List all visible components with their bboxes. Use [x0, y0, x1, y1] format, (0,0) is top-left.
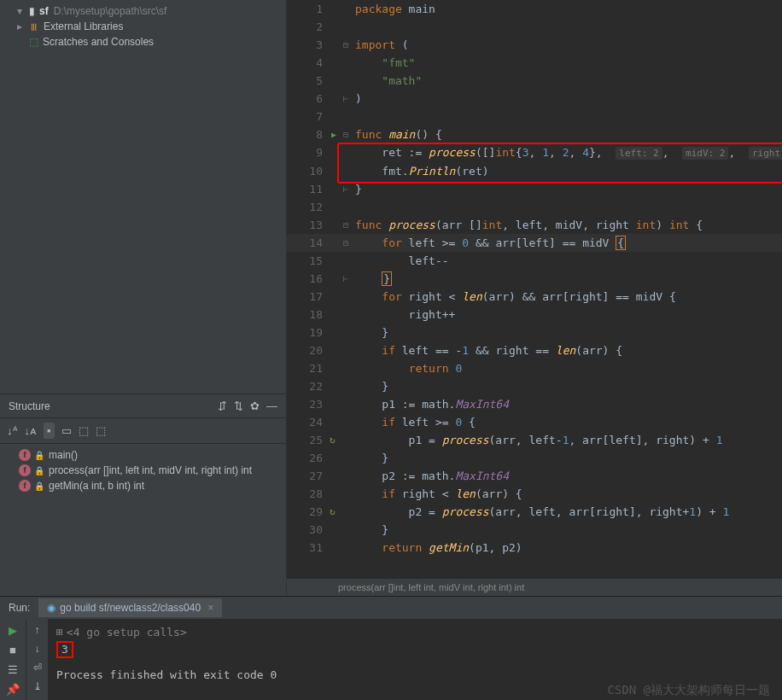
code-content[interactable]: p1 := math.MaxInt64	[355, 395, 782, 413]
line-number[interactable]: 16	[287, 270, 330, 288]
line-number[interactable]: 18	[287, 306, 330, 324]
code-line[interactable]: 9 ret := process([]int{3, 1, 2, 4}, left…	[287, 143, 782, 162]
recursion-icon[interactable]: ↻	[330, 431, 336, 449]
code-line[interactable]: 25↻ p1 = process(arr, left-1, arr[left],…	[287, 431, 782, 449]
wrap-icon[interactable]: ⏎	[33, 662, 42, 674]
code-editor[interactable]: 1package main2 3⊟import (4 "fmt"5 "math"…	[287, 0, 782, 578]
line-number[interactable]: 17	[287, 288, 330, 306]
code-line[interactable]: 24 if left >= 0 {	[287, 413, 782, 431]
code-line[interactable]: 14⊟ for left >= 0 && arr[left] == midV {	[287, 234, 782, 252]
fold-icon[interactable]: ⊟	[343, 36, 348, 54]
code-content[interactable]: p2 := math.MaxInt64	[355, 467, 782, 485]
code-content[interactable]: "math"	[355, 72, 782, 90]
line-number[interactable]: 1	[287, 0, 330, 18]
fold-icon[interactable]: ⊟	[343, 234, 348, 252]
down-arrow-icon[interactable]: ↓	[35, 643, 40, 655]
breadcrumb[interactable]: process(arr []int, left int, midV int, r…	[287, 578, 782, 596]
recursion-icon[interactable]: ↻	[330, 503, 336, 521]
scroll-to-end-icon[interactable]: ⤓	[33, 680, 42, 692]
code-content[interactable]: }	[355, 324, 782, 341]
expand-icon[interactable]: ⇵	[218, 400, 227, 412]
code-content[interactable]: p1 = process(arr, left-1, arr[left], rig…	[355, 431, 782, 449]
filter-fields-icon[interactable]: ▪	[44, 423, 55, 439]
code-line[interactable]: 31 return getMin(p1, p2)	[287, 539, 782, 557]
code-line[interactable]: 17 for right < len(arr) && arr[right] ==…	[287, 288, 782, 306]
code-content[interactable]: for left >= 0 && arr[left] == midV {	[355, 234, 782, 252]
code-content[interactable]	[355, 198, 782, 216]
code-line[interactable]: 10 fmt.Println(ret)	[287, 162, 782, 180]
code-line[interactable]: 18 right++	[287, 306, 782, 324]
code-line[interactable]: 2	[287, 18, 782, 36]
autoscroll-to-icon[interactable]: ⬚	[79, 424, 89, 437]
code-line[interactable]: 26 }	[287, 449, 782, 467]
code-line[interactable]: 15 left--	[287, 252, 782, 270]
code-content[interactable]: import (	[355, 36, 782, 54]
layout-icon[interactable]: ☰	[8, 663, 18, 676]
code-content[interactable]: func process(arr []int, left, midV, righ…	[355, 216, 782, 234]
fold-icon[interactable]: ⊢	[343, 180, 348, 198]
code-line[interactable]: 19 }	[287, 324, 782, 341]
code-content[interactable]: package main	[355, 0, 782, 18]
code-line[interactable]: 20 if left == -1 && right == len(arr) {	[287, 341, 782, 359]
line-number[interactable]: 2	[287, 18, 330, 36]
hide-icon[interactable]: —	[266, 400, 277, 412]
sort-alpha-down-icon[interactable]: ↓ᴬ	[7, 424, 18, 437]
run-tab[interactable]: ◉ go build sf/newclass2/class040 ×	[38, 598, 222, 617]
line-number[interactable]: 4	[287, 54, 330, 72]
line-number[interactable]: 31	[287, 539, 330, 557]
code-content[interactable]: left--	[355, 252, 782, 270]
fold-icon[interactable]: ⊟	[343, 125, 348, 143]
line-number[interactable]: 23	[287, 395, 330, 413]
code-content[interactable]: p2 = process(arr, left, arr[right], righ…	[355, 503, 782, 521]
code-line[interactable]: 23 p1 := math.MaxInt64	[287, 395, 782, 413]
code-content[interactable]: "fmt"	[355, 54, 782, 72]
line-number[interactable]: 19	[287, 324, 330, 341]
code-line[interactable]: 3⊟import (	[287, 36, 782, 54]
code-content[interactable]: }	[355, 270, 782, 288]
line-number[interactable]: 11	[287, 180, 330, 198]
line-number[interactable]: 5	[287, 72, 330, 90]
fold-icon[interactable]: ⊟	[343, 216, 348, 234]
scratches-row[interactable]: ⬚ Scratches and Consoles	[0, 34, 286, 50]
line-number[interactable]: 14	[287, 234, 330, 252]
line-number[interactable]: 7	[287, 108, 330, 125]
line-number[interactable]: 29	[287, 503, 330, 521]
line-number[interactable]: 26	[287, 449, 330, 467]
line-number[interactable]: 15	[287, 252, 330, 270]
structure-item[interactable]: f🔒main()	[0, 447, 286, 463]
code-content[interactable]: if right < len(arr) {	[355, 485, 782, 503]
line-number[interactable]: 9	[287, 143, 330, 162]
close-icon[interactable]: ×	[207, 602, 213, 614]
structure-item[interactable]: f🔒process(arr []int, left int, midV int,…	[0, 463, 286, 478]
line-number[interactable]: 25	[287, 431, 330, 449]
code-content[interactable]: }	[355, 180, 782, 198]
code-content[interactable]: func main() {	[355, 125, 782, 143]
run-output[interactable]: ⊞<4 go setup calls> 3 Process finished w…	[48, 619, 782, 700]
expand-icon[interactable]: ⊞	[56, 626, 63, 639]
line-number[interactable]: 27	[287, 467, 330, 485]
code-line[interactable]: 5 "math"	[287, 72, 782, 90]
line-number[interactable]: 22	[287, 377, 330, 395]
code-content[interactable]: ret := process([]int{3, 1, 2, 4}, left: …	[355, 143, 782, 162]
code-content[interactable]: return 0	[355, 359, 782, 377]
code-line[interactable]: 7	[287, 108, 782, 125]
run-gutter-icon[interactable]: ▶	[331, 125, 336, 143]
filter-package-icon[interactable]: ▭	[61, 424, 72, 437]
code-line[interactable]: 29↻ p2 = process(arr, left, arr[right], …	[287, 503, 782, 521]
code-line[interactable]: 16⊢ }	[287, 270, 782, 288]
code-content[interactable]: for right < len(arr) && arr[right] == mi…	[355, 288, 782, 306]
line-number[interactable]: 24	[287, 413, 330, 431]
up-arrow-icon[interactable]: ↑	[35, 624, 40, 636]
code-line[interactable]: 8▶⊟func main() {	[287, 125, 782, 143]
code-line[interactable]: 12	[287, 198, 782, 216]
collapse-icon[interactable]: ⇅	[234, 400, 243, 412]
project-root-row[interactable]: ▾ ▮ sf D:\mysetup\gopath\src\sf	[0, 3, 286, 19]
pin-icon[interactable]: 📌	[6, 683, 20, 696]
fold-icon[interactable]: ⊢	[343, 270, 348, 288]
code-line[interactable]: 4 "fmt"	[287, 54, 782, 72]
code-line[interactable]: 22 }	[287, 377, 782, 395]
code-content[interactable]	[355, 108, 782, 125]
fold-icon[interactable]: ⊢	[343, 90, 348, 108]
code-content[interactable]: )	[355, 90, 782, 108]
code-content[interactable]: }	[355, 377, 782, 395]
